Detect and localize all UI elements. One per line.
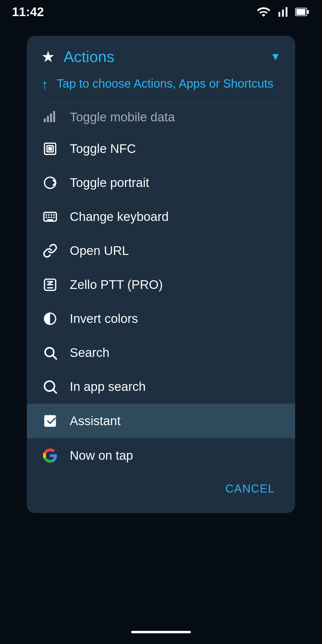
battery-icon — [295, 5, 310, 19]
up-arrow-icon: ↑ — [41, 76, 48, 93]
keyboard-icon — [41, 209, 59, 224]
star-icon: ★ — [41, 48, 55, 66]
toggle-mobile-data-label: Toggle mobile data — [70, 110, 175, 124]
dialog-header: ★ Actions ▼ — [27, 36, 295, 73]
zello-ptt-label: Zello PTT (PRO) — [70, 278, 163, 292]
menu-item-assistant[interactable]: Assistant — [27, 404, 295, 438]
search-label: Search — [70, 346, 109, 360]
home-indicator — [131, 631, 191, 633]
svg-line-24 — [53, 355, 56, 359]
svg-rect-6 — [50, 114, 52, 122]
change-keyboard-label: Change keyboard — [70, 210, 169, 224]
menu-item-search[interactable]: Search — [27, 336, 295, 370]
in-app-search-icon — [41, 379, 59, 394]
nfc-icon — [41, 141, 59, 156]
svg-rect-4 — [44, 118, 46, 122]
toggle-portrait-label: Toggle portrait — [70, 176, 149, 190]
invert-colors-icon — [41, 311, 59, 326]
svg-rect-1 — [307, 10, 309, 14]
assistant-label: Assistant — [70, 414, 120, 428]
cancel-button[interactable]: CANCEL — [219, 479, 281, 499]
dialog-footer: CANCEL — [27, 473, 295, 501]
status-time: 11:42 — [12, 5, 44, 19]
menu-item-toggle-portrait[interactable]: Toggle portrait — [27, 166, 295, 200]
open-url-label: Open URL — [70, 244, 129, 258]
zello-icon — [41, 277, 59, 292]
invert-colors-label: Invert colors — [70, 312, 138, 326]
search-icon — [41, 345, 59, 360]
menu-item-invert-colors[interactable]: Invert colors — [27, 302, 295, 336]
menu-item-toggle-nfc[interactable]: Toggle NFC — [27, 132, 295, 166]
menu-item-zello-ptt[interactable]: Zello PTT (PRO) — [27, 268, 295, 302]
signal-bars-icon — [41, 110, 59, 125]
now-on-tap-label: Now on tap — [70, 448, 133, 463]
assistant-icon — [41, 413, 59, 429]
in-app-search-label: In app search — [70, 380, 146, 394]
menu-item-now-on-tap[interactable]: Now on tap — [27, 438, 295, 473]
svg-line-26 — [53, 390, 56, 393]
status-icons — [256, 5, 310, 19]
portrait-icon — [41, 175, 59, 190]
wifi-icon — [256, 5, 271, 19]
bottom-navigation-bar — [0, 620, 322, 644]
dialog-title: Actions — [64, 48, 262, 66]
svg-rect-5 — [47, 116, 49, 122]
dialog-subtitle: ↑ Tap to choose Actions, Apps or Shortcu… — [27, 73, 295, 102]
dropdown-icon[interactable]: ▼ — [270, 50, 281, 63]
toggle-nfc-label: Toggle NFC — [70, 142, 136, 156]
signal-icon — [275, 5, 290, 19]
status-bar: 11:42 — [0, 0, 322, 24]
menu-item-open-url[interactable]: Open URL — [27, 234, 295, 268]
svg-rect-7 — [53, 111, 55, 122]
svg-rect-3 — [296, 9, 305, 15]
subtitle-text: Tap to choose Actions, Apps or Shortcuts — [57, 75, 273, 92]
actions-dialog: ★ Actions ▼ ↑ Tap to choose Actions, App… — [27, 36, 295, 513]
google-icon — [41, 448, 59, 463]
menu-item-change-keyboard[interactable]: Change keyboard — [27, 200, 295, 234]
menu-item-toggle-mobile-data[interactable]: Toggle mobile data — [27, 103, 295, 132]
link-icon — [41, 243, 59, 258]
menu-item-in-app-search[interactable]: In app search — [27, 370, 295, 404]
